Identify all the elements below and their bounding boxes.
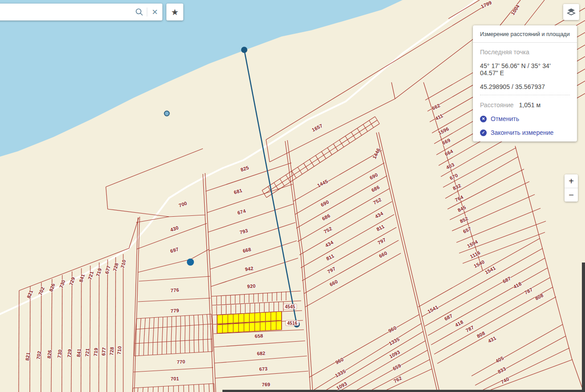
layers-button[interactable] (563, 4, 579, 20)
coords-dms: 45° 17' 56.06" N / 35° 34' 04.57" E (480, 62, 570, 77)
measure-point-marker (187, 259, 194, 266)
measure-panel-title: Измерение расстояний и площади (473, 25, 577, 42)
measure-panel: Измерение расстояний и площади Последняя… (473, 25, 577, 141)
zoom-control: + − (565, 174, 578, 202)
map-application: 8217028267307298417217196777287108217028… (0, 0, 585, 392)
measure-endpoint-marker (294, 321, 300, 327)
last-point-label: Последняя точка (480, 48, 570, 56)
finish-measure-link[interactable]: ✓ Закончить измерение (480, 129, 570, 136)
finish-label: Закончить измерение (491, 129, 553, 136)
cancel-label: Отменить (491, 115, 519, 122)
distance-label: Расстояние (480, 101, 514, 109)
cancel-measure-link[interactable]: ✕ Отменить (480, 115, 570, 122)
distance-row: Расстояние 1,051 м (480, 101, 570, 109)
search-icon[interactable] (132, 4, 147, 20)
map-edge-bottom (222, 390, 585, 392)
panel-divider (473, 42, 577, 43)
star-icon: ★ (171, 7, 178, 17)
zoom-in-button[interactable]: + (565, 174, 578, 188)
coords-decimal: 45.298905 / 35.567937 (480, 83, 570, 90)
map-edge-right (582, 263, 585, 392)
layers-icon (567, 8, 576, 16)
check-circle-icon: ✓ (480, 129, 487, 136)
distance-value: 1,051 м (519, 101, 541, 109)
measure-vertex-marker (165, 111, 169, 116)
search-input[interactable] (0, 4, 132, 20)
panel-dotted-divider (480, 95, 570, 95)
favorites-button[interactable]: ★ (166, 4, 183, 20)
search-bar: ✕ (0, 4, 162, 20)
measure-endpoint-marker (241, 47, 247, 53)
clear-search-icon[interactable]: ✕ (147, 4, 162, 20)
zoom-out-button[interactable]: − (565, 188, 578, 202)
cancel-circle-icon: ✕ (480, 116, 487, 122)
